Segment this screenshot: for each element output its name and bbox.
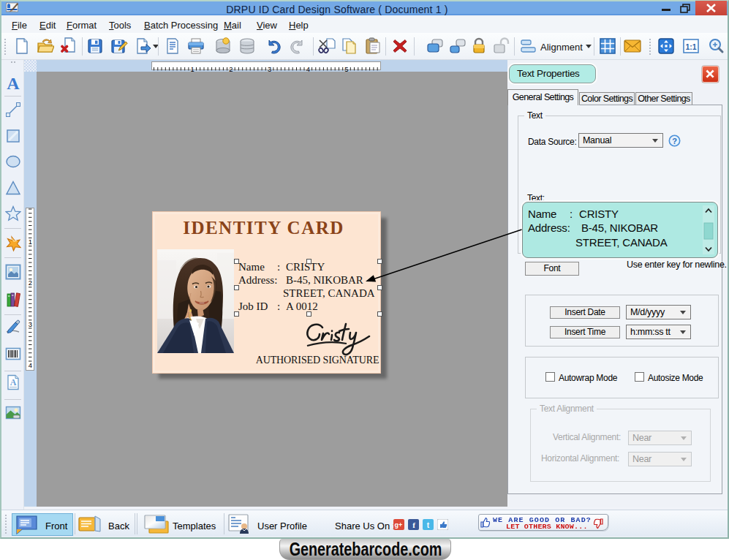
svg-text:f: f <box>412 521 415 529</box>
svg-text:1: 1 <box>29 238 32 246</box>
svg-text:1:1: 1:1 <box>685 42 696 51</box>
svg-text:3: 3 <box>268 65 271 72</box>
svg-text:1: 1 <box>191 65 194 72</box>
svg-text:?: ? <box>672 137 677 145</box>
svg-text:2: 2 <box>229 65 233 72</box>
svg-text:2: 2 <box>29 279 32 287</box>
svg-text:g+: g+ <box>395 521 403 529</box>
svg-text:A: A <box>10 377 17 387</box>
svg-text:3: 3 <box>29 320 32 328</box>
svg-text:4: 4 <box>29 361 32 369</box>
svg-text:4: 4 <box>306 65 310 72</box>
svg-text:5: 5 <box>344 65 348 72</box>
